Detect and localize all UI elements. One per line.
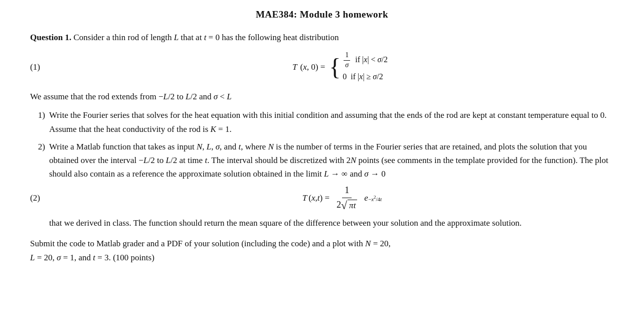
item2-num: 2)	[30, 140, 49, 181]
eq1-content: T(x, 0) = { 1σ if |x| < σ/2 0 if |x| ≥ σ…	[70, 51, 614, 83]
question1-intro: Question 1. Consider a thin rod of lengt…	[30, 31, 614, 44]
item1-num: 1)	[30, 108, 49, 135]
list-item-2: 2) Write a Matlab function that takes as…	[30, 140, 614, 181]
equation-2-block: (2) T(x, t) = 1 2√πt e−x2/4t	[30, 185, 614, 211]
equation-1-block: (1) T(x, 0) = { 1σ if |x| < σ/2 0 if |x|…	[30, 51, 614, 83]
assumes-text: We assume that the rod extends from −L/2…	[30, 90, 614, 103]
item2-derived: that we derived in class. The function s…	[49, 216, 614, 230]
eq2-content: T(x, t) = 1 2√πt e−x2/4t	[70, 185, 614, 211]
list-item-1: 1) Write the Fourier series that solves …	[30, 108, 614, 135]
question1-block: Question 1. Consider a thin rod of lengt…	[30, 31, 614, 264]
eq2-number: (2)	[30, 193, 70, 203]
submit-text: Submit the code to Matlab grader and a P…	[30, 237, 614, 264]
title: MAE384: Module 3 homework	[30, 9, 614, 20]
item1-body: Write the Fourier series that solves for…	[49, 108, 614, 135]
question-label: Question 1.	[30, 33, 71, 42]
eq1-number: (1)	[30, 62, 70, 72]
item2-body: Write a Matlab function that takes as in…	[49, 140, 614, 181]
